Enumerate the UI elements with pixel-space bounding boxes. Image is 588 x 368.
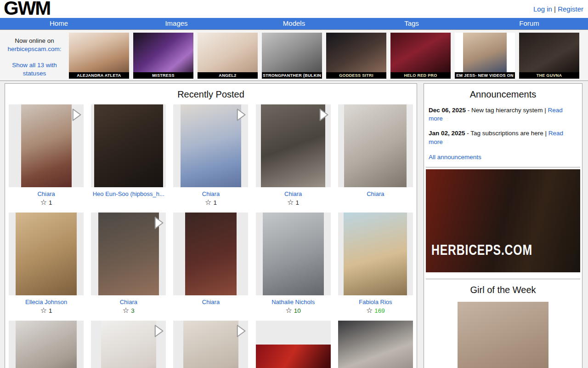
post-photo	[16, 213, 77, 295]
model-photo	[262, 33, 322, 72]
online-info: Now online on herbicepscam.com: Show all…	[0, 30, 69, 80]
play-icon	[153, 216, 165, 230]
nav-item-tags[interactable]: Tags	[353, 18, 470, 29]
girl-of-week-photo[interactable]	[458, 302, 548, 368]
post-photo	[16, 321, 77, 368]
announcement-entry: Jan 02, 2025 - Tag subscriptions are her…	[424, 129, 582, 146]
online-models-list: ALEJANDRA ATLETA MISTRESS ANGEL2 STRONGP…	[69, 30, 579, 80]
main-nav: HomeImagesModelsTagsForum	[0, 18, 588, 29]
login-link[interactable]: Log in	[533, 5, 552, 13]
register-link[interactable]: Register	[558, 5, 583, 13]
model-photo	[133, 33, 193, 72]
nav-item-forum[interactable]: Forum	[470, 18, 588, 29]
model-name-link[interactable]: Ellecia Johnson	[25, 299, 67, 305]
post-thumbnail[interactable]	[256, 213, 331, 295]
post-photo	[256, 345, 331, 368]
model-name-caption: STRONGPANTHER (BULKIN	[262, 72, 322, 79]
auth-separator: |	[554, 5, 556, 13]
star-count-value: 10	[294, 307, 301, 314]
post-cell: Fabiola Rios ☆ 169	[334, 213, 417, 314]
nav-item-home[interactable]: Home	[0, 18, 118, 29]
post-thumbnail[interactable]	[256, 321, 331, 368]
star-count: ☆ 1	[40, 199, 52, 206]
model-photo	[198, 33, 258, 72]
model-photo	[390, 33, 451, 72]
post-cell	[252, 321, 334, 368]
online-model-thumb[interactable]: ANGEL2	[198, 33, 258, 79]
play-icon	[153, 324, 165, 338]
sidebar: Announcements Dec 06, 2025 - New tag hie…	[424, 83, 582, 368]
post-thumbnail[interactable]	[9, 213, 84, 295]
model-name-link[interactable]: Chiara	[37, 190, 55, 197]
posts-grid: Chiara ☆ 1 Heo Eun-Soo (hipboss_h... Chi…	[5, 104, 417, 368]
show-all-statuses-link[interactable]: Show all 13 with statuses	[0, 61, 69, 77]
online-model-thumb[interactable]: MISTRESS	[133, 33, 193, 79]
star-count: ☆ 1	[287, 199, 299, 206]
model-name-link[interactable]: Chiara	[120, 299, 137, 305]
post-cell	[87, 321, 170, 368]
model-name-link[interactable]: Chiara	[202, 190, 220, 197]
post-cell: Chiara ☆ 1	[5, 104, 87, 206]
post-thumbnail[interactable]	[338, 104, 413, 187]
online-model-thumb[interactable]: HELO RED PRO	[390, 33, 451, 79]
site-logo[interactable]: GWM	[4, 0, 50, 19]
post-photo	[185, 213, 237, 295]
model-name-caption: THE GUVNA	[519, 72, 579, 79]
model-name-link[interactable]: Chiara	[284, 190, 302, 197]
star-count-value: 1	[49, 307, 52, 314]
post-photo	[344, 104, 407, 187]
all-announcements-link[interactable]: All announcements	[424, 154, 582, 161]
herbiceps-ad-banner[interactable]: HERBICEPS.COM	[426, 169, 580, 272]
online-label: Now online on	[0, 37, 69, 45]
model-name-link[interactable]: Nathalie Nichols	[271, 299, 315, 305]
post-thumbnail[interactable]	[173, 213, 248, 295]
post-photo	[94, 104, 163, 187]
post-thumbnail[interactable]	[256, 104, 331, 187]
star-icon: ☆	[286, 307, 292, 314]
post-thumbnail[interactable]	[173, 104, 248, 187]
play-icon	[70, 108, 83, 122]
post-thumbnail[interactable]	[173, 321, 248, 368]
post-thumbnail[interactable]	[9, 321, 84, 368]
ad-brand-text: HERBICEPS.COM	[431, 242, 532, 259]
star-icon: ☆	[40, 307, 47, 314]
model-name-link[interactable]: Fabiola Rios	[359, 299, 392, 305]
nav-item-models[interactable]: Models	[235, 18, 353, 29]
announcement-date: Dec 06, 2025	[429, 107, 466, 114]
play-icon	[235, 324, 247, 338]
post-thumbnail[interactable]	[338, 213, 413, 295]
post-photo	[98, 213, 159, 295]
online-model-thumb[interactable]: EM JESS- NEW VIDEOS ON	[455, 33, 515, 79]
post-thumbnail[interactable]	[338, 321, 413, 368]
online-model-thumb[interactable]: STRONGPANTHER (BULKIN	[262, 33, 322, 79]
model-name-caption: ALEJANDRA ATLETA	[69, 72, 129, 79]
post-thumbnail[interactable]	[91, 104, 166, 187]
model-name-link[interactable]: Heo Eun-Soo (hipboss_h...	[93, 190, 164, 197]
star-count: ☆ 169	[366, 307, 385, 314]
recently-posted-title: Recently Posted	[5, 89, 417, 100]
announcement-text: - Tag subscriptions are here |	[465, 130, 548, 137]
post-cell	[5, 321, 87, 368]
model-name-caption: EM JESS- NEW VIDEOS ON	[455, 72, 515, 79]
online-model-thumb[interactable]: GODDESS SITRI	[326, 33, 386, 79]
model-name-link[interactable]: Chiara	[367, 190, 384, 197]
online-model-thumb[interactable]: ALEJANDRA ATLETA	[69, 33, 129, 79]
announcement-entry: Dec 06, 2025 - New tag hierarchy system …	[424, 106, 582, 123]
announcement-date: Jan 02, 2025	[429, 130, 465, 137]
post-cell: Heo Eun-Soo (hipboss_h...	[87, 104, 170, 206]
post-thumbnail[interactable]	[91, 213, 166, 295]
star-icon: ☆	[287, 199, 294, 206]
play-icon	[317, 108, 330, 122]
model-name-link[interactable]: Chiara	[202, 299, 220, 305]
herbicepscam-link[interactable]: herbicepscam.com:	[7, 46, 61, 52]
model-photo	[463, 33, 506, 72]
site-header: GWM Log in | Register	[0, 0, 588, 18]
model-photo	[326, 33, 386, 72]
star-count: ☆ 1	[205, 199, 217, 206]
post-thumbnail[interactable]	[91, 321, 166, 368]
post-thumbnail[interactable]	[9, 104, 84, 187]
nav-item-images[interactable]: Images	[118, 18, 235, 29]
online-model-thumb[interactable]: THE GUVNA	[519, 33, 579, 79]
star-count: ☆ 3	[123, 307, 135, 314]
model-photo	[519, 33, 579, 72]
